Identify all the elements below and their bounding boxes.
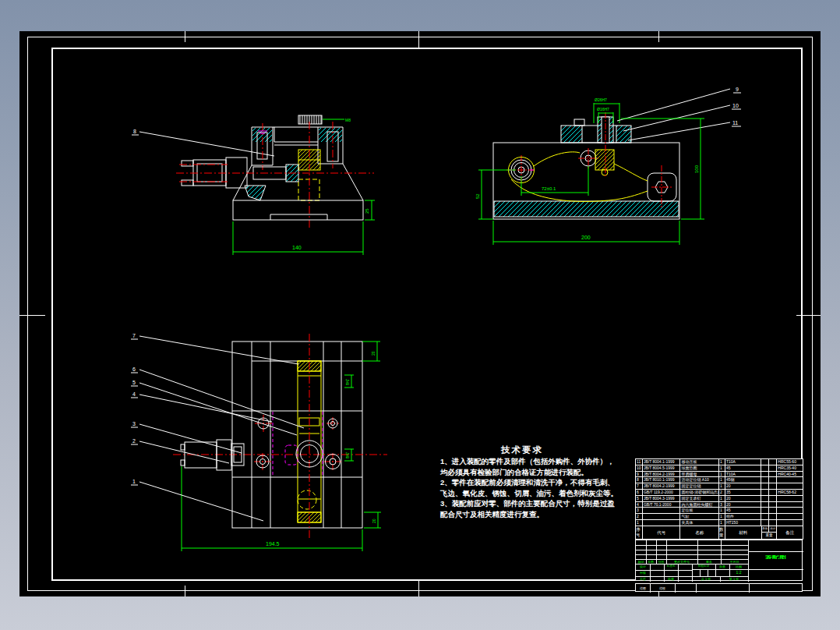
scale-label: 比例: [729, 565, 748, 568]
parts-cell: 球面垫圈: [680, 465, 719, 471]
parts-row: 9JB/T 8004.2-1999带肩螺母1T10AHRC40-45: [636, 472, 803, 478]
parts-cell: [777, 508, 803, 513]
dimension-label: Ø26H7: [595, 97, 607, 102]
dimension-label: 200: [581, 235, 591, 240]
parts-header-weight: 单件总计重量: [762, 526, 778, 540]
parts-row: 8JB/T 8010.1-1999活动定位销 A10145钢: [636, 477, 803, 483]
parts-cell: JB/T 8004.5-1999: [643, 465, 681, 471]
parts-cell: 固定定位销: [680, 483, 719, 489]
parts-cell: [769, 508, 777, 513]
parts-cell: HRC35-40: [777, 465, 803, 471]
parts-cell: [643, 520, 681, 526]
parts-row: 2气缸1组件: [636, 514, 803, 520]
parts-header-cell: 序号: [636, 526, 643, 540]
parts-header-cell: 数量: [719, 526, 725, 540]
parts-cell: HT150: [725, 520, 762, 526]
parts-cell: [777, 502, 803, 508]
parts-cell: [769, 502, 777, 508]
parts-cell: 6: [636, 490, 643, 495]
sign-label-design: 设计: [636, 565, 650, 568]
centering-mark-top-right: [658, 31, 659, 42]
parts-cell: HRC40-45: [777, 472, 803, 477]
strip-label: 描校: [650, 586, 675, 590]
strip-label: 描图: [636, 586, 650, 590]
parts-list-header: 序号代号名称数量材料单件总计重量备注: [636, 526, 803, 540]
leader-label: 3: [132, 421, 136, 426]
dimension-label: 52: [475, 193, 480, 199]
parts-cell: 气缸: [680, 514, 719, 519]
leader-label: 8: [133, 129, 136, 134]
parts-cell: JB/T 8004.2-1999: [643, 483, 681, 489]
parts-cell: 45钢: [725, 477, 762, 483]
mass-label: 质量: [715, 565, 729, 568]
parts-cell: 20: [725, 496, 762, 501]
parts-cell: 4: [636, 502, 643, 508]
parts-cell: 活动定位销 A10: [680, 477, 719, 483]
parts-cell: GB/T 119.2-2000: [643, 490, 681, 495]
leader-label: 11: [732, 120, 738, 126]
tech-requirements-line: 均必须具有检验部门的合格证方能进行装配。: [440, 467, 627, 478]
parts-cell: T10A: [725, 459, 762, 465]
centering-mark-right: [796, 315, 821, 316]
dimension-label: 8H7: [346, 451, 350, 458]
parts-cell: 5: [636, 496, 643, 501]
parts-cell: [761, 520, 769, 526]
parts-cell: 圆柱销-淬硬钢和马氏体不锈钢 A8: [680, 490, 719, 495]
parts-cell: [769, 514, 777, 519]
parts-cell: [761, 465, 769, 471]
top-view: Ø26H7 Ø16H7 9 10 11 72±0.1 52 100 200: [471, 82, 764, 250]
title-block-bottom-strip: 描图 描校: [635, 583, 803, 592]
parts-cell: [769, 472, 777, 477]
parts-header-cell: 备注: [777, 526, 803, 540]
tech-requirements-line: 1、进入装配的零件及部件（包括外购件、外协件），: [440, 456, 627, 467]
parts-cell: JB/T 8010.1-1999: [643, 477, 681, 483]
parts-cell: [761, 496, 769, 501]
parts-row: 3定位板145: [636, 508, 803, 514]
parts-cell: 3: [719, 502, 725, 508]
drawing-title: 装配图: [749, 555, 803, 559]
parts-cell: [769, 520, 777, 526]
parts-cell: 固定支承钉: [680, 496, 719, 501]
dimension-label: 20: [371, 351, 376, 356]
parts-cell: 2: [719, 490, 725, 495]
front-view: 8 M8: [125, 109, 394, 261]
parts-cell: [777, 520, 803, 526]
parts-cell: 45: [725, 465, 762, 471]
parts-cell: 9: [636, 472, 643, 477]
parts-cell: [761, 502, 769, 508]
scale-value: 1:2: [729, 571, 748, 575]
dimension-label: 25: [365, 208, 369, 214]
parts-row: 7JB/T 8004.2-1999固定定位销120: [636, 483, 803, 490]
leader-label: 2: [132, 438, 136, 444]
leader-label: 5: [132, 380, 136, 385]
parts-cell: 20: [725, 483, 762, 489]
parts-cell: [643, 508, 681, 513]
parts-header-cell: 代号: [643, 526, 681, 540]
parts-cell: HRC58-62: [777, 490, 803, 495]
parts-cell: 1: [719, 508, 725, 513]
dimension-label: 140: [292, 245, 302, 250]
parts-cell: 夹具体: [680, 520, 719, 526]
parts-row: 6GB/T 119.2-2000圆柱销-淬硬钢和马氏体不锈钢 A8235HRC5…: [636, 490, 803, 496]
parts-cell: JB/T 8004.1-1999: [643, 459, 681, 465]
parts-cell: 7: [636, 483, 643, 489]
parts-cell: 1: [636, 520, 643, 526]
centering-mark-left: [19, 315, 45, 316]
leader-label: 7: [132, 333, 136, 338]
tech-requirements-line: 3、装配前应对零、部件的主要配合尺寸，特别是过盈: [440, 498, 627, 509]
parts-cell: 内六角圆柱头螺钉: [680, 502, 719, 508]
tech-requirements-line: 2、零件在装配前必须清理和清洗干净，不得有毛刺、: [440, 477, 627, 488]
sign-label-standard: 标准化: [664, 565, 678, 568]
parts-header-cell: 材料: [725, 526, 762, 540]
dimension-label: 194.5: [266, 541, 280, 547]
title-block: 标记 处数 分区 更改文件号 签名 年月日 设计 标准化 审核 工艺 批准 阶段…: [635, 540, 803, 581]
parts-cell: GB/T 70.1-2000: [643, 502, 681, 508]
parts-cell: 35: [725, 490, 762, 495]
parts-cell: 定位板: [680, 508, 719, 513]
sheet-total: 共 1 张: [692, 577, 720, 581]
parts-cell: [777, 496, 803, 501]
cad-viewer-window: 8 M8: [0, 0, 840, 630]
sign-label-approve: 批准: [664, 577, 678, 581]
dimension-label: Ø16H7: [597, 107, 609, 111]
parts-cell: [761, 483, 769, 489]
